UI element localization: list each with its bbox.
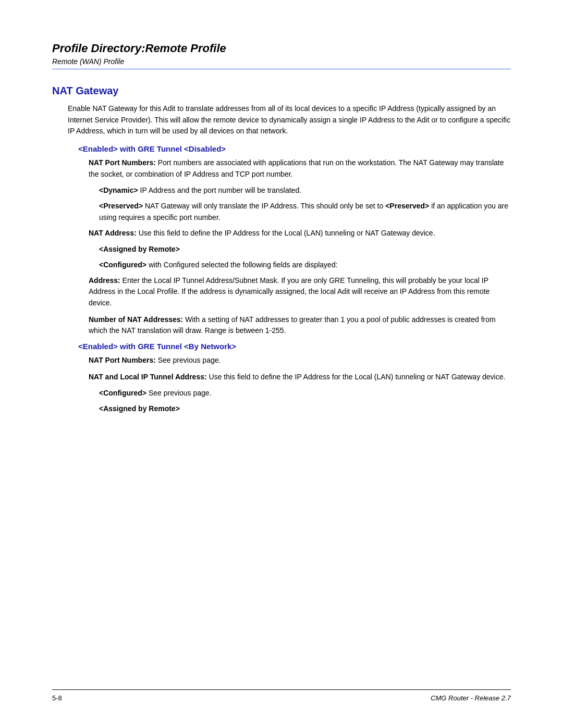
main-section: NAT Gateway Enable NAT Gateway for this … bbox=[52, 85, 511, 415]
footer-right: CMG Router - Release 2.7 bbox=[431, 694, 511, 702]
preserved-text: NAT Gateway will only translate the IP A… bbox=[143, 202, 385, 210]
subsection1-heading: <Enabled> with GRE Tunnel <Disabled> bbox=[78, 144, 511, 153]
nat-local-label: NAT and Local IP Tunnel Address: bbox=[89, 373, 207, 381]
header-title: Profile Directory:Remote Profile bbox=[52, 42, 511, 55]
num-nat-para: Number of NAT Addresses: With a setting … bbox=[89, 314, 511, 337]
nat-address-text: Use this field to define the IP Address … bbox=[137, 229, 435, 237]
header-section: Profile Directory:Remote Profile Remote … bbox=[52, 42, 511, 69]
preserved-bold: <Preserved> bbox=[385, 202, 429, 210]
configured2-para: <Configured> See previous page. bbox=[99, 388, 511, 399]
subsection2-heading: <Enabled> with GRE Tunnel <By Network> bbox=[78, 342, 511, 351]
nat-local-text: Use this field to define the IP Address … bbox=[207, 373, 506, 381]
nat-local-para: NAT and Local IP Tunnel Address: Use thi… bbox=[89, 372, 511, 383]
address-text: Enter the Local IP Tunnel Address/Subnet… bbox=[89, 276, 489, 307]
configured2-text: See previous page. bbox=[146, 389, 212, 397]
header-divider bbox=[52, 69, 511, 69]
nat-port-numbers-para: NAT Port Numbers: Port numbers are assoc… bbox=[89, 157, 511, 180]
nat-gateway-heading: NAT Gateway bbox=[52, 85, 511, 97]
nat-port2-label: NAT Port Numbers: bbox=[89, 356, 156, 364]
nat-port2-text: See previous page. bbox=[156, 356, 221, 364]
page-container: Profile Directory:Remote Profile Remote … bbox=[0, 0, 563, 728]
nat-port-numbers-label: NAT Port Numbers: bbox=[89, 158, 156, 167]
subsection2-heading-text: <Enabled> with GRE Tunnel <By Network> bbox=[78, 342, 236, 351]
assigned-by-remote-para: <Assigned by Remote> bbox=[99, 244, 511, 255]
preserved-label: <Preserved> bbox=[99, 202, 143, 210]
num-nat-label: Number of NAT Addresses: bbox=[89, 315, 183, 324]
assigned2-label: <Assigned by Remote> bbox=[99, 404, 180, 413]
footer-left: 5-8 bbox=[52, 694, 62, 702]
configured2-label: <Configured> bbox=[99, 389, 146, 397]
assigned2-para: <Assigned by Remote> bbox=[99, 403, 511, 415]
dynamic-label: <Dynamic> bbox=[99, 186, 138, 194]
header-subtitle: Remote (WAN) Profile bbox=[52, 57, 511, 66]
nat-address-para: NAT Address: Use this field to define th… bbox=[89, 228, 511, 239]
footer: 5-8 CMG Router - Release 2.7 bbox=[52, 689, 511, 702]
subsection1-heading-text: <Enabled> with GRE Tunnel <Disabled> bbox=[78, 144, 226, 153]
nat-port2-para: NAT Port Numbers: See previous page. bbox=[89, 355, 511, 366]
configured-para: <Configured> with Configured selected th… bbox=[99, 260, 511, 271]
address-para: Address: Enter the Local IP Tunnel Addre… bbox=[89, 275, 511, 309]
address-label: Address: bbox=[89, 276, 120, 285]
intro-paragraph: Enable NAT Gateway for this Adit to tran… bbox=[68, 103, 511, 137]
assigned-by-remote-label: <Assigned by Remote> bbox=[99, 245, 180, 253]
preserved-para: <Preserved> NAT Gateway will only transl… bbox=[99, 201, 511, 223]
configured-label: <Configured> bbox=[99, 261, 146, 269]
dynamic-para: <Dynamic> IP Address and the port number… bbox=[99, 185, 511, 196]
main-content: Enable NAT Gateway for this Adit to tran… bbox=[68, 103, 511, 415]
configured-text: with Configured selected the following f… bbox=[146, 261, 338, 269]
nat-address-label: NAT Address: bbox=[89, 229, 137, 237]
dynamic-text: IP Address and the port number will be t… bbox=[138, 186, 301, 194]
